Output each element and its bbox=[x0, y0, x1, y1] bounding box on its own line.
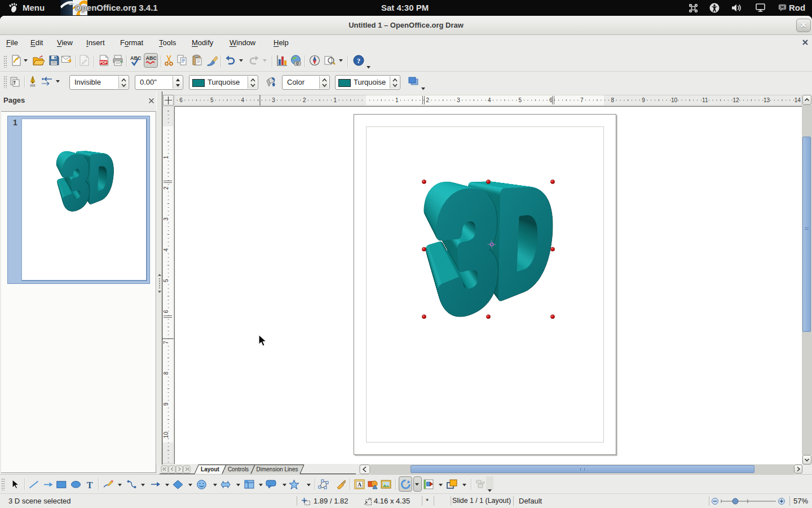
svg-text:3: 3 bbox=[163, 217, 169, 221]
svg-text:9: 9 bbox=[642, 97, 645, 103]
svg-text:A: A bbox=[358, 481, 362, 488]
svg-text:8: 8 bbox=[163, 371, 169, 375]
svg-text:5: 5 bbox=[519, 97, 522, 103]
svg-text:4: 4 bbox=[163, 248, 169, 251]
svg-text:6: 6 bbox=[179, 97, 183, 103]
svg-text:7: 7 bbox=[580, 97, 584, 103]
svg-text:12: 12 bbox=[732, 97, 739, 103]
svg-text:9: 9 bbox=[163, 402, 169, 406]
svg-text:1: 1 bbox=[395, 97, 399, 103]
svg-text:2: 2 bbox=[303, 97, 306, 103]
svg-text:10: 10 bbox=[671, 97, 678, 103]
svg-text:Controls: Controls bbox=[228, 466, 249, 472]
svg-text:3: 3 bbox=[272, 97, 275, 103]
svg-text:4: 4 bbox=[241, 97, 245, 103]
svg-text:11: 11 bbox=[702, 97, 708, 103]
svg-text:Layout: Layout bbox=[201, 466, 219, 472]
svg-text:10: 10 bbox=[163, 432, 169, 439]
svg-text:2: 2 bbox=[163, 186, 169, 190]
svg-text:ABC: ABC bbox=[146, 55, 157, 61]
svg-text:8: 8 bbox=[611, 97, 615, 103]
svg-text:1: 1 bbox=[334, 97, 337, 103]
svg-text:?: ? bbox=[357, 56, 361, 65]
svg-text:6: 6 bbox=[163, 310, 169, 313]
svg-text:13: 13 bbox=[764, 97, 770, 103]
svg-text:4: 4 bbox=[488, 97, 491, 103]
svg-text:T: T bbox=[87, 480, 93, 490]
svg-text:Dimension Lines: Dimension Lines bbox=[257, 466, 298, 472]
svg-text:ABC: ABC bbox=[130, 55, 142, 61]
svg-text:1: 1 bbox=[163, 155, 169, 159]
svg-text:14: 14 bbox=[795, 97, 801, 103]
svg-text:5: 5 bbox=[163, 279, 169, 282]
svg-text:2: 2 bbox=[426, 97, 430, 103]
svg-text:7: 7 bbox=[163, 340, 169, 344]
svg-text:PDF: PDF bbox=[100, 60, 107, 64]
svg-text:5: 5 bbox=[210, 97, 214, 103]
svg-text:3: 3 bbox=[457, 97, 460, 103]
